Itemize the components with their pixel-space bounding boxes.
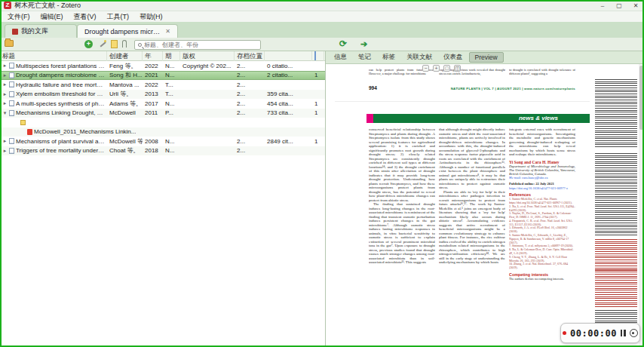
page-text-fragment: to drought is correlated with drought to… xyxy=(509,68,575,84)
menu-file[interactable]: 文件(F) xyxy=(2,12,35,22)
expander-icon[interactable]: ▸ xyxy=(2,91,8,97)
journal-article-icon xyxy=(9,148,14,154)
child-note-row[interactable] xyxy=(0,118,325,127)
window-title: 树木死亡文献 - Zotero xyxy=(14,1,81,11)
cell-archive: 2... xyxy=(235,138,265,145)
tab-notes[interactable]: 笔记 xyxy=(353,52,376,63)
column-year[interactable]: 年 xyxy=(143,51,163,61)
item-pane-tabs: 信息 笔记 标签 关联文献 仪表盘 Preview xyxy=(326,51,644,64)
cell-archive: 2... xyxy=(235,72,265,78)
item-row-selected[interactable]: ▸Drought dampens microbiome devel... Son… xyxy=(0,71,325,81)
item-row[interactable]: ▸Xylem embolism threshold for catastr...… xyxy=(0,90,325,100)
menu-tools[interactable]: 工具(T) xyxy=(102,12,135,22)
new-item-icon[interactable]: + xyxy=(84,40,93,48)
maximize-button[interactable]: ▢ xyxy=(611,0,627,11)
tab-info[interactable]: 信息 xyxy=(329,52,352,63)
column-picker[interactable] xyxy=(312,51,324,61)
journal-article-icon xyxy=(9,110,14,116)
expander-icon[interactable]: ▸ xyxy=(2,138,8,144)
sync-icon[interactable]: ⟳ xyxy=(339,39,347,48)
adjacent-page-column xyxy=(595,64,637,347)
scrollbar-thumb[interactable] xyxy=(639,66,643,130)
menu-view[interactable]: 查看(V) xyxy=(69,12,102,22)
item-row-expanded[interactable]: ▾Mechanisms Linking Drought, Hydrau... M… xyxy=(0,109,325,118)
page-number: 994 xyxy=(369,85,377,91)
locate-arrow-icon[interactable]: ➔ xyxy=(360,39,367,48)
record-indicator xyxy=(563,331,566,335)
journal-article-icon xyxy=(9,72,14,78)
item-pane: 信息 笔记 标签 关联文献 仪表盘 Preview − + □ ◫ can he… xyxy=(326,51,644,347)
menu-edit[interactable]: 编辑(E) xyxy=(35,12,69,22)
child-attachment-row[interactable]: McDowell_2011_Mechanisms Linkin... xyxy=(0,127,325,137)
cell-citations: 2 citatio... xyxy=(265,72,312,78)
close-button[interactable]: ✕ xyxy=(627,0,644,11)
zoom-out-icon[interactable]: − xyxy=(422,65,429,72)
item-title: Drought dampens microbiome devel... xyxy=(16,72,105,78)
search-input[interactable] xyxy=(144,41,250,48)
tab-related[interactable]: 关联文献 xyxy=(401,52,437,63)
item-title: A multi-species synthesis of physiolo... xyxy=(16,100,105,107)
affiliation: Department of Microbiology and Immunolog… xyxy=(509,164,575,177)
expander-icon[interactable]: ▸ xyxy=(2,72,8,78)
fit-page-icon[interactable]: □ xyxy=(443,65,450,72)
add-attachment-icon[interactable] xyxy=(122,40,127,48)
tab-preview[interactable]: Preview xyxy=(469,52,504,63)
cell-creator: Mantova ... xyxy=(107,81,143,88)
column-citations[interactable] xyxy=(265,51,312,61)
column-journal[interactable]: 期 xyxy=(163,51,180,61)
search-box[interactable] xyxy=(134,40,261,50)
item-row[interactable]: ▸A multi-species synthesis of physiolo..… xyxy=(0,99,325,109)
item-title: Mechanisms of plant survival and mo... xyxy=(16,138,105,145)
zoom-in-icon[interactable]: + xyxy=(433,65,440,72)
preview-scrollbar[interactable] xyxy=(639,64,644,347)
item-row[interactable]: ▸Triggers of tree mortality under droug.… xyxy=(0,146,325,156)
cell-creator: Urli 等。 xyxy=(107,90,143,98)
column-creator[interactable]: 创建者 xyxy=(107,51,143,61)
cell-citations: 454 cita... xyxy=(265,100,312,107)
pause-icon[interactable] xyxy=(621,330,626,336)
close-tab-icon[interactable]: ✕ xyxy=(165,28,170,35)
column-title[interactable]: 标题 xyxy=(0,51,107,61)
page-break xyxy=(335,101,590,102)
expander-icon[interactable]: ▸ xyxy=(2,81,8,88)
cell-year: 2021 xyxy=(143,72,163,78)
tab-dashboard[interactable]: 仪表盘 xyxy=(438,52,468,63)
journal-article-icon xyxy=(9,81,14,88)
spread-view-icon[interactable]: ◫ xyxy=(454,65,461,72)
title-bar: Z 树木死亡文献 - Zotero – ▢ ✕ xyxy=(0,0,644,11)
references-list: 1. Santos-Medellín, C. et al. Nat. Plant… xyxy=(509,198,575,270)
expander-icon[interactable]: ▸ xyxy=(2,63,8,69)
new-note-icon[interactable] xyxy=(111,40,118,48)
expander-icon[interactable]: ▸ xyxy=(2,100,8,106)
attachment-title: McDowell_2011_Mechanisms Linkin... xyxy=(34,128,136,135)
pdf-preview[interactable]: can help protect plants from future stre… xyxy=(326,64,644,347)
column-archive[interactable]: 存档位置 xyxy=(235,51,265,61)
item-row[interactable]: ▸Multispecies forest plantations outyie.… xyxy=(0,61,325,71)
tab-my-library[interactable]: 我的文库 xyxy=(5,24,77,38)
column-rights[interactable]: 版权 xyxy=(180,51,235,61)
add-by-identifier-icon[interactable] xyxy=(98,40,106,48)
stop-icon[interactable] xyxy=(630,329,638,337)
cell-archive: 2... xyxy=(235,100,265,107)
expander-icon[interactable]: ▸ xyxy=(2,148,8,154)
cell-year: 2008 xyxy=(143,138,163,145)
preview-toolbar: − + □ ◫ xyxy=(422,65,461,72)
column-picker-icon[interactable] xyxy=(314,51,316,60)
cell-archive: 2... xyxy=(235,91,265,97)
cell-archive: 2... xyxy=(235,109,265,116)
new-collection-icon[interactable] xyxy=(5,40,14,47)
menu-help[interactable]: 帮助(H) xyxy=(134,12,168,22)
cell-citations: 359 cita... xyxy=(265,91,312,97)
journal-article-icon xyxy=(9,100,14,106)
cell-year: 2011 xyxy=(143,109,163,116)
minimize-button[interactable]: – xyxy=(594,0,611,11)
item-row[interactable]: ▸Hydraulic failure and tree mortality: f… xyxy=(0,80,325,90)
expander-icon[interactable]: ▾ xyxy=(2,110,8,116)
item-row[interactable]: ▸Mechanisms of plant survival and mo... … xyxy=(0,137,325,146)
cell-year: 2018 xyxy=(143,147,163,154)
cell-year: 2017 xyxy=(143,100,163,107)
tab-document[interactable]: Drought dampens micro... ✕ xyxy=(77,24,178,38)
cell-attachments: 1 xyxy=(312,138,324,145)
article-column-1: conserved beneficial relationship betwee… xyxy=(369,127,435,325)
tab-tags[interactable]: 标签 xyxy=(377,52,400,63)
